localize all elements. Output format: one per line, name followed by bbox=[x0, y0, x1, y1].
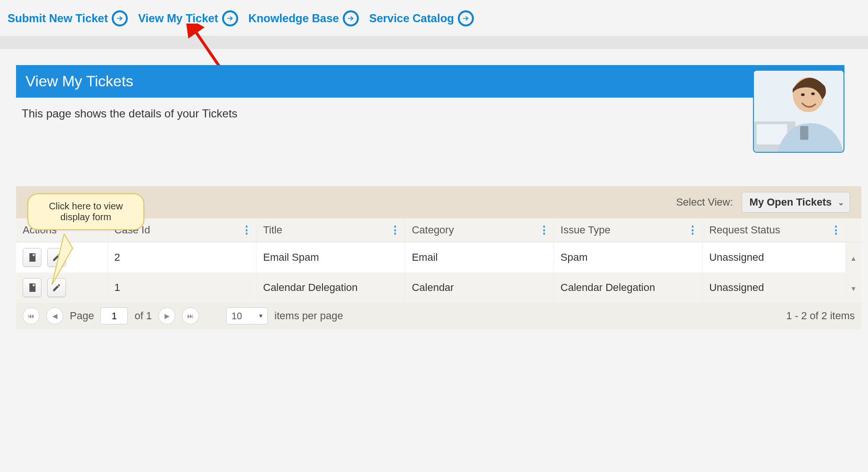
table-row: 1 Calendar Delegation Calendar Calendar … bbox=[16, 273, 861, 303]
svg-rect-8 bbox=[800, 126, 809, 140]
column-menu-icon[interactable]: ⋮ bbox=[539, 224, 549, 236]
cell-issue-type: Spam bbox=[554, 242, 702, 273]
pager-bar: ⏮ ◀ Page of 1 ▶ ⏭ 10 ▼ items per page 1 … bbox=[16, 303, 861, 329]
nav-item-label: Knowledge Base bbox=[248, 12, 339, 25]
pager-summary: 1 - 2 of 2 items bbox=[786, 310, 855, 322]
cell-category: Calendar bbox=[405, 273, 554, 303]
pager-last-button[interactable]: ⏭ bbox=[182, 307, 199, 324]
callout-line: display form bbox=[38, 212, 134, 223]
cell-case-id: 1 bbox=[107, 273, 256, 303]
scroll-down-button[interactable]: ▼ bbox=[845, 273, 861, 303]
triangle-down-icon: ▼ bbox=[258, 313, 264, 319]
col-category[interactable]: Category⋮ bbox=[405, 218, 554, 242]
pager-prev-button[interactable]: ◀ bbox=[46, 307, 63, 324]
page-subtitle: This page shows the details of your Tick… bbox=[16, 98, 868, 125]
nav-item-label: View My Ticket bbox=[138, 12, 218, 25]
items-per-page-label: items per page bbox=[274, 310, 343, 322]
table-row: 2 Email Spam Email Spam Unassigned ▲ bbox=[16, 242, 861, 273]
first-page-icon: ⏮ bbox=[28, 312, 34, 320]
nav-item-label: Submit New Ticket bbox=[8, 12, 108, 25]
triangle-down-icon: ▼ bbox=[850, 285, 857, 292]
cell-title: Email Spam bbox=[256, 242, 405, 273]
col-request-status[interactable]: Request Status⋮ bbox=[703, 218, 845, 242]
page-title: View My Tickets bbox=[16, 65, 844, 98]
items-per-page-select[interactable]: 10 ▼ bbox=[226, 307, 268, 324]
select-view-value: My Open Tickets bbox=[750, 196, 832, 208]
items-per-page-value: 10 bbox=[231, 311, 242, 322]
scroll-column bbox=[845, 218, 861, 242]
col-title[interactable]: Title⋮ bbox=[256, 218, 405, 242]
chevron-down-icon: ⌄ bbox=[838, 198, 844, 207]
svg-point-6 bbox=[801, 93, 805, 96]
callout-tooltip: Click here to view display form bbox=[27, 193, 144, 230]
nav-knowledge-base[interactable]: Knowledge Base bbox=[248, 10, 359, 26]
svg-point-7 bbox=[811, 92, 815, 95]
top-nav: Submit New Ticket View My Ticket Knowled… bbox=[0, 0, 868, 36]
column-menu-icon[interactable]: ⋮ bbox=[241, 224, 251, 236]
column-menu-icon[interactable]: ⋮ bbox=[831, 224, 841, 236]
column-menu-icon[interactable]: ⋮ bbox=[390, 224, 400, 236]
view-form-button[interactable] bbox=[23, 278, 41, 297]
document-icon bbox=[27, 253, 37, 262]
cell-request-status: Unassigned bbox=[703, 242, 845, 273]
column-menu-icon[interactable]: ⋮ bbox=[687, 224, 697, 236]
document-icon bbox=[27, 283, 37, 292]
avatar-image bbox=[754, 71, 843, 152]
callout-line: Click here to view bbox=[38, 201, 134, 212]
scroll-up-button[interactable]: ▲ bbox=[845, 242, 861, 273]
tickets-table: Actions Case Id⋮ Title⋮ Category⋮ Issue … bbox=[16, 218, 861, 303]
col-issue-type[interactable]: Issue Type⋮ bbox=[554, 218, 702, 242]
cell-request-status: Unassigned bbox=[703, 273, 845, 303]
cell-title: Calendar Delegation bbox=[256, 273, 405, 303]
last-page-icon: ⏭ bbox=[187, 312, 194, 320]
main-content: View My Tickets This page shows the deta… bbox=[0, 49, 868, 329]
nav-service-catalog[interactable]: Service Catalog bbox=[369, 10, 474, 26]
chevron-right-icon: ▶ bbox=[165, 312, 170, 320]
chevron-left-icon: ◀ bbox=[52, 312, 58, 320]
arrow-right-circle-icon bbox=[458, 10, 474, 26]
arrow-right-circle-icon bbox=[112, 10, 128, 26]
avatar bbox=[753, 70, 844, 153]
pager-first-button[interactable]: ⏮ bbox=[23, 307, 40, 324]
cell-issue-type: Calendar Delegation bbox=[554, 273, 702, 303]
select-view-dropdown[interactable]: My Open Tickets ⌄ bbox=[742, 192, 850, 213]
pager-page-input[interactable] bbox=[100, 307, 128, 324]
nav-submit-new-ticket[interactable]: Submit New Ticket bbox=[8, 10, 128, 26]
cell-category: Email bbox=[405, 242, 554, 273]
callout-tail-icon bbox=[50, 234, 78, 290]
pager-of-label: of 1 bbox=[134, 310, 152, 322]
select-view-label: Select View: bbox=[676, 196, 733, 208]
view-form-button[interactable] bbox=[23, 248, 41, 267]
spacer-bar bbox=[0, 36, 868, 49]
cell-case-id: 2 bbox=[107, 242, 256, 273]
pager-next-button[interactable]: ▶ bbox=[158, 307, 175, 324]
triangle-up-icon: ▲ bbox=[850, 255, 857, 262]
arrow-right-circle-icon bbox=[343, 10, 359, 26]
pager-page-label: Page bbox=[70, 310, 94, 322]
nav-item-label: Service Catalog bbox=[369, 12, 454, 25]
